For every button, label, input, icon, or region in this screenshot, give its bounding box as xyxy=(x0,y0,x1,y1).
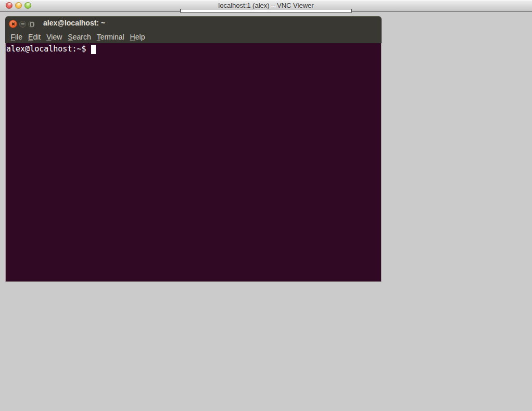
vnc-viewer-window: { "vnc_viewer": { "window_title": "local… xyxy=(0,0,532,411)
terminal-window: alex@localhost: ~ File Edit View Search … xyxy=(5,16,382,282)
menu-item-file-label: ile xyxy=(15,33,22,41)
menu-item-edit[interactable]: Edit xyxy=(26,32,44,42)
terminal-window-title: alex@localhost: ~ xyxy=(43,16,105,30)
terminal-maximize-button[interactable] xyxy=(28,21,35,28)
remote-desktop[interactable]: alex@localhost: ~ File Edit View Search … xyxy=(0,12,532,411)
menu-item-view-mnemonic: V xyxy=(46,33,51,41)
menu-item-help-mnemonic: H xyxy=(130,33,135,41)
menu-item-search-mnemonic: S xyxy=(68,33,72,41)
terminal-close-button[interactable] xyxy=(9,20,17,28)
menu-item-terminal-label: erminal xyxy=(100,33,124,41)
terminal-cursor xyxy=(91,45,96,54)
menu-item-file[interactable]: File xyxy=(8,32,26,42)
terminal-minimize-button[interactable] xyxy=(19,21,26,28)
menu-item-terminal[interactable]: Terminal xyxy=(94,32,127,42)
terminal-window-controls xyxy=(9,20,35,28)
menu-item-search[interactable]: Search xyxy=(65,32,94,42)
menu-item-help[interactable]: Help xyxy=(127,32,148,42)
menu-item-help-label: elp xyxy=(135,33,145,41)
menu-item-view-label: iew xyxy=(51,33,62,41)
terminal-screen[interactable]: alex@localhost:~$ xyxy=(5,43,382,282)
shell-prompt: alex@localhost:~$ xyxy=(6,44,86,54)
terminal-window-chrome: alex@localhost: ~ File Edit View Search … xyxy=(5,16,382,43)
menu-item-file-mnemonic: F xyxy=(11,33,16,41)
menu-item-edit-label: dit xyxy=(33,33,41,41)
menu-item-search-label: earch xyxy=(73,33,91,41)
terminal-titlebar[interactable]: alex@localhost: ~ xyxy=(5,16,382,31)
prompt-line: alex@localhost:~$ xyxy=(6,43,381,54)
menu-item-view[interactable]: View xyxy=(44,32,65,42)
terminal-menubar: File Edit View Search Terminal Help xyxy=(5,31,382,43)
menu-item-terminal-mnemonic: T xyxy=(97,33,100,41)
vnc-toolbar-tab[interactable] xyxy=(180,9,352,13)
